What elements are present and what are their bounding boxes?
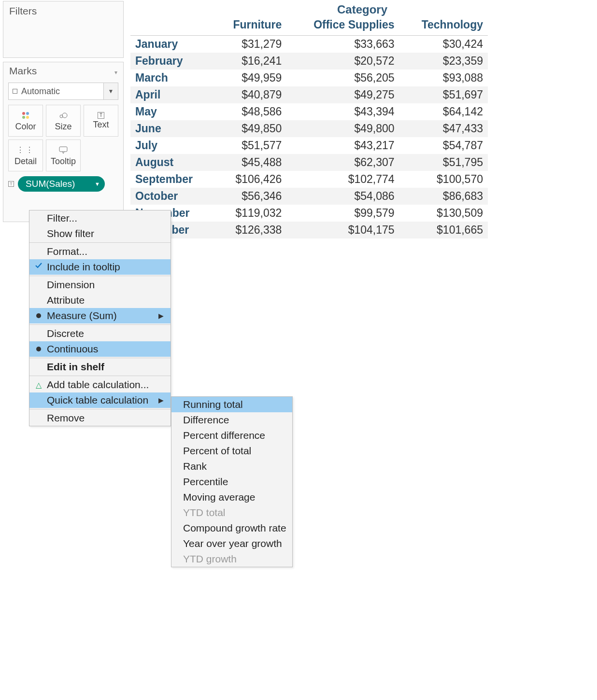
table-row: May$48,586$43,394$64,142 xyxy=(130,103,488,120)
text-mark-icon[interactable]: T xyxy=(8,181,14,187)
tooltip-icon xyxy=(59,145,68,155)
column-header-row: Furniture Office Supplies Technology xyxy=(130,16,488,36)
row-header[interactable]: January xyxy=(130,36,214,53)
marks-title: Marks xyxy=(9,65,37,76)
data-cell[interactable]: $49,800 xyxy=(286,120,399,137)
submenu-moving-average[interactable]: Moving average xyxy=(171,490,292,505)
data-cell[interactable]: $54,086 xyxy=(286,188,399,205)
check-icon xyxy=(33,262,44,271)
data-cell[interactable]: $16,241 xyxy=(214,53,287,70)
detail-label: Detail xyxy=(14,156,37,167)
data-cell[interactable]: $99,579 xyxy=(286,205,399,222)
data-cell[interactable]: $62,307 xyxy=(286,154,399,171)
row-header[interactable]: September xyxy=(130,171,214,188)
data-cell[interactable]: $104,175 xyxy=(286,222,399,238)
marks-title-row[interactable]: Marks ▾ xyxy=(3,62,123,80)
data-cell[interactable]: $126,338 xyxy=(214,222,287,238)
submenu-compound-growth-rate[interactable]: Compound growth rate xyxy=(171,520,292,536)
bullet-icon xyxy=(33,345,44,353)
data-cell[interactable]: $45,488 xyxy=(214,154,287,171)
data-cell[interactable]: $23,359 xyxy=(399,53,488,70)
filters-shelf[interactable]: Filters xyxy=(3,1,124,58)
data-cell[interactable]: $49,850 xyxy=(214,120,287,137)
color-button[interactable]: Color xyxy=(8,105,43,137)
size-button[interactable]: Size xyxy=(46,105,81,137)
col-header[interactable]: Office Supplies xyxy=(286,16,399,36)
data-cell[interactable]: $86,683 xyxy=(399,188,488,205)
menu-discrete[interactable]: Discrete xyxy=(29,326,171,341)
data-cell[interactable]: $31,279 xyxy=(214,36,287,53)
data-cell[interactable]: $48,586 xyxy=(214,103,287,120)
text-icon: T xyxy=(98,112,104,119)
col-header[interactable]: Furniture xyxy=(214,16,287,36)
row-header[interactable]: August xyxy=(130,154,214,171)
row-header[interactable]: February xyxy=(130,53,214,70)
data-cell[interactable]: $33,663 xyxy=(286,36,399,53)
menu-filter[interactable]: Filter... xyxy=(29,210,171,226)
table-row: February$16,241$20,572$23,359 xyxy=(130,53,488,70)
sum-sales-pill[interactable]: SUM(Sales) ▼ xyxy=(18,176,105,192)
tooltip-button[interactable]: Tooltip xyxy=(46,140,81,171)
row-header[interactable]: October xyxy=(130,188,214,205)
row-header[interactable]: April xyxy=(130,86,214,103)
mark-type-select[interactable]: Automatic xyxy=(8,83,104,100)
data-cell[interactable]: $119,032 xyxy=(214,205,287,222)
table-row: June$49,850$49,800$47,433 xyxy=(130,120,488,137)
crosstab-view: Category Furniture Office Supplies Techn… xyxy=(130,0,594,238)
data-cell[interactable]: $102,774 xyxy=(286,171,399,188)
data-cell[interactable]: $47,433 xyxy=(399,120,488,137)
submenu-running-total[interactable]: Running total xyxy=(171,397,292,412)
text-button[interactable]: T Text xyxy=(84,105,118,137)
data-cell[interactable]: $54,787 xyxy=(399,137,488,154)
data-cell[interactable]: $100,570 xyxy=(399,171,488,188)
size-label: Size xyxy=(55,122,71,132)
row-header[interactable]: June xyxy=(130,120,214,137)
data-cell[interactable]: $51,697 xyxy=(399,86,488,103)
menu-measure-sum[interactable]: Measure (Sum) ▶ xyxy=(29,308,171,323)
menu-add-table-calculation[interactable]: △ Add table calculation... xyxy=(29,377,171,392)
pill-dropdown-icon: ▼ xyxy=(95,181,100,187)
table-row: March$49,959$56,205$93,088 xyxy=(130,70,488,86)
row-header[interactable]: March xyxy=(130,70,214,86)
menu-attribute[interactable]: Attribute xyxy=(29,293,171,308)
detail-button[interactable]: ⋮⋮ Detail xyxy=(8,140,43,171)
data-cell[interactable]: $93,088 xyxy=(399,70,488,86)
submenu-difference[interactable]: Difference xyxy=(171,412,292,428)
table-row: November$119,032$99,579$130,509 xyxy=(130,205,488,222)
menu-edit-in-shelf[interactable]: Edit in shelf xyxy=(29,359,171,375)
data-cell[interactable]: $40,879 xyxy=(214,86,287,103)
data-cell[interactable]: $49,275 xyxy=(286,86,399,103)
bullet-icon xyxy=(33,311,44,320)
menu-include-in-tooltip[interactable]: Include in tooltip xyxy=(29,259,171,275)
row-header[interactable]: July xyxy=(130,137,214,154)
data-cell[interactable]: $51,795 xyxy=(399,154,488,171)
data-cell[interactable]: $130,509 xyxy=(399,205,488,222)
data-cell[interactable]: $49,959 xyxy=(214,70,287,86)
data-cell[interactable]: $51,577 xyxy=(214,137,287,154)
menu-show-filter[interactable]: Show filter xyxy=(29,226,171,241)
submenu-year-over-year-growth[interactable]: Year over year growth xyxy=(171,536,292,551)
menu-continuous[interactable]: Continuous xyxy=(29,341,171,357)
data-cell[interactable]: $20,572 xyxy=(286,53,399,70)
data-cell[interactable]: $43,217 xyxy=(286,137,399,154)
menu-dimension[interactable]: Dimension xyxy=(29,277,171,293)
data-cell[interactable]: $30,424 xyxy=(399,36,488,53)
data-cell[interactable]: $106,426 xyxy=(214,171,287,188)
submenu-rank[interactable]: Rank xyxy=(171,459,292,474)
menu-format[interactable]: Format... xyxy=(29,244,171,259)
data-cell[interactable]: $43,394 xyxy=(286,103,399,120)
submenu-percent-difference[interactable]: Percent difference xyxy=(171,428,292,443)
col-header[interactable]: Technology xyxy=(399,16,488,36)
svg-point-1 xyxy=(62,113,67,118)
data-cell[interactable]: $101,665 xyxy=(399,222,488,238)
row-header[interactable]: May xyxy=(130,103,214,120)
mark-type-dropdown-button[interactable]: ▼ xyxy=(104,83,118,100)
data-cell[interactable]: $64,142 xyxy=(399,103,488,120)
submenu-percentile[interactable]: Percentile xyxy=(171,474,292,490)
table-row: December$126,338$104,175$101,665 xyxy=(130,222,488,238)
submenu-percent-of-total[interactable]: Percent of total xyxy=(171,443,292,459)
menu-quick-table-calculation[interactable]: Quick table calculation ▶ xyxy=(29,392,171,408)
data-cell[interactable]: $56,205 xyxy=(286,70,399,86)
menu-remove[interactable]: Remove xyxy=(29,410,171,426)
data-cell[interactable]: $56,346 xyxy=(214,188,287,205)
